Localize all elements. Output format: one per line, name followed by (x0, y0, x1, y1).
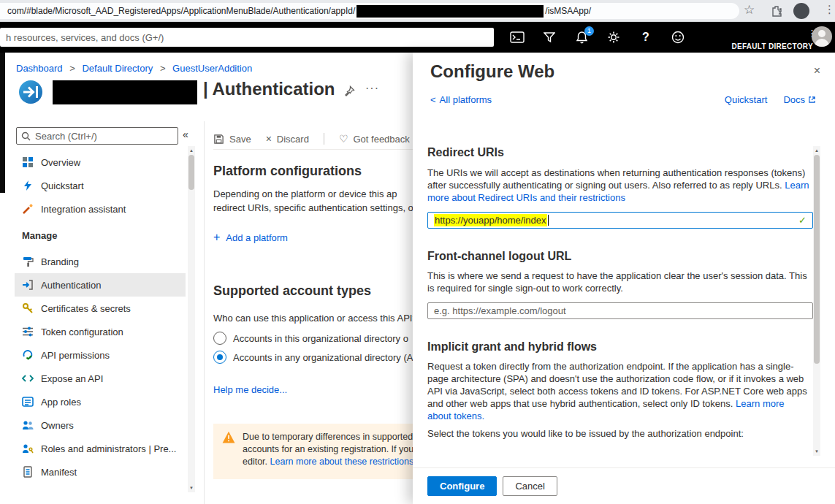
panel-title: Configure Web (430, 61, 554, 82)
logout-url-input-wrap (427, 302, 813, 319)
breadcrumb-dashboard[interactable]: Dashboard (16, 63, 63, 74)
sidebar-item-api-permissions[interactable]: API permissions (15, 343, 186, 367)
notifications-bell-icon[interactable]: 1 (574, 30, 589, 45)
address-bar[interactable]: com/#blade/Microsoft_AAD_RegisteredApps/… (0, 3, 739, 19)
sidebar-item-overview[interactable]: Overview (15, 150, 186, 174)
breadcrumb-separator: > (69, 63, 75, 74)
certificates-icon (22, 302, 34, 314)
breadcrumb-app[interactable]: GuestUserAddition (172, 63, 252, 74)
feedback-button[interactable]: ♡ Got feedback (339, 133, 410, 145)
scroll-up-icon[interactable]: ▲ (813, 146, 820, 155)
api-permissions-icon (22, 349, 34, 361)
add-icon: + (213, 231, 220, 244)
blade-more-icon[interactable]: ··· (365, 82, 379, 95)
browser-menu-icon[interactable]: ⋮ (824, 3, 835, 16)
filter-icon[interactable] (542, 30, 557, 45)
back-chevron-icon: < (430, 94, 436, 105)
sidebar-item-manifest[interactable]: Manifest (15, 460, 186, 484)
sidebar-search[interactable] (16, 127, 178, 145)
cloud-shell-icon[interactable] (510, 30, 525, 45)
warning-icon (222, 431, 235, 472)
sidebar-item-app-roles[interactable]: App roles (15, 390, 186, 413)
redacted-strip (0, 53, 5, 193)
feedback-smiley-icon[interactable] (671, 30, 685, 45)
scroll-down-icon[interactable]: ▼ (188, 484, 195, 492)
sidebar-section-manage: Manage (15, 221, 186, 250)
help-icon[interactable]: ? (638, 30, 653, 45)
quickstart-icon (22, 180, 34, 191)
sidebar-menu: Overview Quickstart Integration assistan… (15, 150, 186, 484)
sidebar-collapse-button[interactable]: « (183, 129, 188, 140)
valid-check-icon: ✓ (798, 215, 807, 226)
redacted-app-name (53, 80, 197, 104)
url-text: com/#blade/Microsoft_AAD_RegisteredApps/… (7, 6, 355, 16)
docs-link[interactable]: Docs (783, 94, 816, 105)
add-platform-button[interactable]: + Add a platform (213, 231, 288, 244)
sidebar-search-input[interactable] (35, 131, 178, 142)
authentication-icon (22, 279, 34, 291)
logout-url-input[interactable] (428, 303, 812, 318)
scroll-up-icon[interactable]: ▲ (188, 146, 195, 155)
sidebar-scrollbar[interactable]: ▲ ▼ (188, 146, 195, 492)
breadcrumb-directory[interactable]: Default Directory (82, 63, 153, 74)
global-search-input[interactable] (0, 28, 494, 47)
panel-scrollbar[interactable]: ▲ ▼ (813, 146, 820, 456)
select-tokens-prompt: Select the tokens you would like to be i… (427, 427, 810, 440)
expose-api-icon (22, 373, 34, 384)
configure-button[interactable]: Configure (427, 476, 497, 496)
pin-icon[interactable] (343, 85, 355, 99)
branding-icon (22, 256, 34, 267)
save-icon (213, 134, 224, 145)
search-icon (21, 131, 31, 141)
sidebar-item-integration-assistant[interactable]: Integration assistant (15, 197, 186, 221)
warning-banner: Due to temporary differences in supporte… (213, 424, 441, 479)
save-button[interactable]: Save (213, 134, 251, 145)
notification-badge: 1 (584, 26, 594, 36)
redirect-uri-value: https://youapp/home/index (434, 214, 547, 226)
url-text-suffix: /isMSAApp/ (545, 6, 591, 16)
overview-icon (22, 156, 34, 168)
radio-multi-tenant[interactable]: Accounts in any organizational directory… (213, 351, 413, 364)
browser-profile-avatar[interactable] (793, 3, 809, 19)
sidebar-item-quickstart[interactable]: Quickstart (15, 174, 186, 197)
browser-toolbar: com/#blade/Microsoft_AAD_RegisteredApps/… (0, 0, 835, 22)
supported-account-types-heading: Supported account types (213, 283, 371, 299)
breadcrumb: Dashboard > Default Directory > GuestUse… (16, 63, 252, 74)
sidebar-divider (204, 121, 205, 504)
panel-scrollbar-thumb[interactable] (814, 155, 820, 364)
account-avatar[interactable] (812, 26, 832, 47)
sidebar-item-branding[interactable]: Branding (15, 250, 186, 273)
gear-icon[interactable] (606, 30, 621, 45)
sidebar-item-token-configuration[interactable]: Token configuration (15, 320, 186, 343)
help-me-decide-link[interactable]: Help me decide... (213, 384, 287, 395)
radio-checked-icon[interactable] (213, 351, 226, 364)
close-icon[interactable]: × (814, 64, 820, 77)
sidebar-item-expose-api[interactable]: Expose an API (15, 367, 186, 390)
implicit-grant-heading: Implicit grant and hybrid flows (427, 340, 597, 354)
token-configuration-icon (22, 326, 34, 337)
sidebar-item-owners[interactable]: Owners (15, 413, 186, 437)
sidebar-item-authentication[interactable]: Authentication (15, 273, 186, 297)
quickstart-link[interactable]: Quickstart (725, 94, 768, 105)
extensions-icon[interactable] (771, 5, 782, 19)
page-title: | Authentication (203, 79, 335, 99)
redirect-uris-description: The URIs we will accept as destinations … (427, 167, 810, 204)
scroll-down-icon[interactable]: ▼ (813, 447, 820, 456)
account-types-question: Who can use this application or access t… (213, 313, 413, 324)
warning-learn-more-link[interactable]: Learn more about these restrictions. (270, 457, 416, 467)
all-platforms-back-link[interactable]: < All platforms (430, 94, 492, 105)
command-bar: Save × Discard ♡ Got feedback (213, 129, 410, 149)
directory-label: DEFAULT DIRECTORY (731, 42, 813, 50)
text-cursor (548, 215, 549, 226)
radio-single-tenant[interactable]: Accounts in this organizational director… (213, 332, 413, 345)
cancel-button[interactable]: Cancel (503, 476, 557, 496)
bookmark-star-icon[interactable]: ☆ (744, 2, 755, 18)
sidebar-scrollbar-thumb[interactable] (188, 155, 194, 190)
redirect-uri-input[interactable]: https://youapp/home/index ✓ (427, 212, 813, 229)
sidebar-item-certificates-secrets[interactable]: Certificates & secrets (15, 297, 186, 320)
platform-configurations-heading: Platform configurations (213, 164, 362, 179)
sidebar-item-roles-administrators[interactable]: Roles and administrators | Pre... (15, 437, 186, 460)
radio-unchecked-icon[interactable] (213, 332, 226, 345)
breadcrumb-separator: > (160, 63, 166, 74)
discard-button[interactable]: × Discard (266, 133, 309, 145)
